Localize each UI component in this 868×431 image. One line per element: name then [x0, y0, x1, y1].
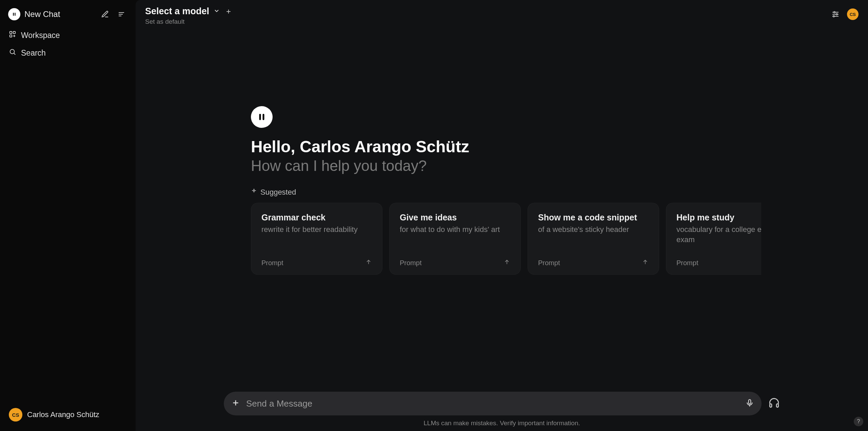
set-default-link[interactable]: Set as default: [145, 18, 233, 25]
landing-content: Hello, Carlos Arango Schütz How can I he…: [136, 28, 868, 387]
svg-point-16: [836, 14, 837, 15]
greeting-subtitle: How can I help you today?: [251, 157, 427, 174]
sidebar-item-label: Workspace: [21, 31, 60, 40]
suggested-label: Suggested: [260, 188, 296, 197]
suggestion-cards: Grammar check rewrite it for better read…: [251, 203, 761, 275]
svg-rect-28: [749, 399, 751, 404]
sidebar-item-label: Search: [21, 48, 46, 58]
svg-rect-20: [259, 114, 261, 120]
svg-rect-31: [776, 404, 778, 407]
svg-point-9: [10, 50, 15, 54]
headphones-icon[interactable]: [768, 397, 780, 410]
menu-icon[interactable]: [115, 8, 127, 20]
user-name: Carlos Arango Schütz: [27, 410, 99, 419]
svg-rect-6: [10, 32, 12, 34]
card-title: Help me study: [676, 213, 761, 222]
card-subtitle: of a website's sticky header: [538, 224, 649, 235]
arrow-up-icon: [504, 259, 510, 267]
app-logo[interactable]: [8, 8, 20, 20]
sidebar-header: New Chat: [4, 5, 132, 23]
card-subtitle: vocabulary for a college entrance exam: [676, 224, 761, 244]
attach-add-icon[interactable]: [231, 398, 240, 409]
card-title: Show me a code snippet: [538, 213, 649, 222]
microphone-icon[interactable]: [745, 398, 754, 409]
new-chat-title[interactable]: New Chat: [24, 9, 95, 19]
svg-point-19: [256, 111, 268, 123]
model-selector-label: Select a model: [145, 6, 209, 17]
add-model-icon[interactable]: [224, 7, 233, 16]
model-selector[interactable]: Select a model Set as default: [145, 6, 233, 25]
disclaimer-text: LLMs can make mistakes. Verify important…: [136, 417, 868, 431]
arrow-up-icon: [642, 259, 649, 267]
svg-rect-21: [263, 114, 264, 120]
suggestion-card[interactable]: Show me a code snippet of a website's st…: [528, 203, 659, 275]
sidebar-user[interactable]: CS Carlos Arango Schütz: [4, 404, 132, 426]
svg-point-0: [11, 11, 18, 18]
suggested-header: Suggested: [251, 188, 296, 197]
main-area: Select a model Set as default CS Hello, …: [136, 0, 868, 431]
sidebar-item-search[interactable]: Search: [4, 44, 132, 62]
card-title: Grammar check: [261, 213, 372, 222]
settings-sliders-icon[interactable]: [829, 8, 842, 20]
greeting-logo: [251, 106, 273, 128]
avatar: CS: [9, 408, 22, 422]
card-tag: Prompt: [261, 259, 283, 267]
greeting-hello: Hello, Carlos Arango Schütz: [251, 137, 469, 156]
svg-point-14: [834, 12, 835, 13]
suggestion-card[interactable]: Grammar check rewrite it for better read…: [251, 203, 382, 275]
sidebar-item-workspace[interactable]: Workspace: [4, 26, 132, 44]
svg-point-18: [833, 16, 834, 17]
workspace-icon: [9, 31, 16, 40]
search-icon: [9, 48, 16, 58]
card-tag: Prompt: [676, 259, 698, 267]
svg-line-10: [14, 53, 15, 55]
svg-rect-1: [13, 13, 14, 16]
suggestion-card[interactable]: Help me study vocabulary for a college e…: [666, 203, 761, 275]
svg-rect-7: [13, 32, 15, 34]
composer-row: [136, 387, 868, 417]
header: Select a model Set as default CS: [136, 0, 868, 28]
sidebar: New Chat Workspace Search CS Carlos Aran…: [0, 0, 136, 431]
help-button[interactable]: ?: [854, 417, 863, 426]
card-tag: Prompt: [400, 259, 421, 267]
header-avatar[interactable]: CS: [847, 8, 859, 20]
chevron-down-icon: [213, 7, 220, 16]
svg-rect-30: [770, 404, 772, 407]
suggestion-card[interactable]: Give me ideas for what to do with my kid…: [389, 203, 521, 275]
card-subtitle: for what to do with my kids' art: [400, 224, 510, 235]
card-title: Give me ideas: [400, 213, 510, 222]
compose-icon[interactable]: [99, 8, 111, 20]
arrow-up-icon: [365, 259, 372, 267]
sparkle-icon: [251, 188, 257, 197]
message-input[interactable]: [246, 398, 739, 409]
card-subtitle: rewrite it for better readability: [261, 224, 372, 235]
svg-rect-8: [10, 35, 12, 37]
message-composer[interactable]: [224, 392, 762, 415]
svg-rect-2: [15, 13, 15, 16]
card-tag: Prompt: [538, 259, 560, 267]
